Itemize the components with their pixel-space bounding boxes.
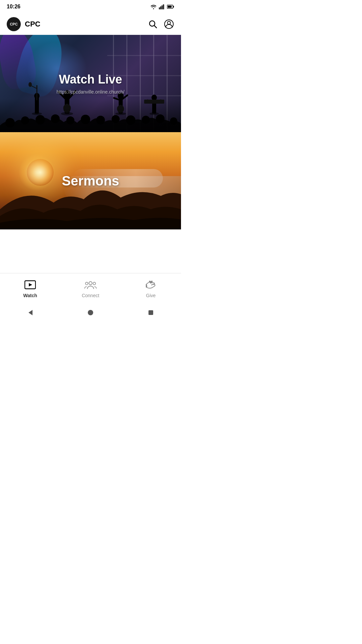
svg-rect-1 xyxy=(160,6,161,9)
recents-button[interactable] xyxy=(144,306,158,319)
svg-rect-3 xyxy=(163,4,164,9)
connect-icon xyxy=(84,280,97,289)
svg-marker-41 xyxy=(29,283,32,286)
svg-point-43 xyxy=(85,282,88,285)
give-nav-label: Give xyxy=(146,293,156,298)
header-icons xyxy=(147,19,174,30)
app-header: CPC CPC xyxy=(0,13,181,35)
sermons-banner[interactable]: Sermons xyxy=(0,132,181,229)
svg-rect-6 xyxy=(173,6,174,8)
watch-live-overlay: Watch Live https://cpcdanville.online.ch… xyxy=(57,72,124,95)
recents-icon xyxy=(148,310,154,316)
profile-icon xyxy=(164,19,174,29)
nav-give[interactable]: Give xyxy=(121,279,181,298)
watch-live-banner[interactable]: Watch Live https://cpcdanville.online.ch… xyxy=(0,35,181,132)
watch-nav-icon xyxy=(24,279,36,291)
svg-point-44 xyxy=(93,282,96,285)
svg-rect-4 xyxy=(164,4,165,9)
home-icon xyxy=(87,310,94,316)
home-button[interactable] xyxy=(84,306,97,319)
svg-point-8 xyxy=(149,21,155,26)
main-content: Watch Live https://cpcdanville.online.ch… xyxy=(0,35,181,229)
signal-icon xyxy=(159,4,165,9)
watch-icon xyxy=(24,280,36,290)
svg-rect-2 xyxy=(162,5,163,9)
connect-nav-icon xyxy=(84,279,97,291)
svg-point-46 xyxy=(88,310,93,315)
search-button[interactable] xyxy=(147,19,158,30)
cpc-logo: CPC xyxy=(7,17,21,31)
nav-watch[interactable]: Watch xyxy=(0,279,60,298)
svg-rect-7 xyxy=(168,6,172,8)
search-icon xyxy=(148,19,158,29)
svg-point-23 xyxy=(28,82,32,87)
status-bar: 10:26 xyxy=(0,0,181,13)
back-icon xyxy=(26,309,34,316)
watch-live-url: https://cpcdanville.online.church/ xyxy=(57,89,124,95)
svg-point-42 xyxy=(89,281,92,284)
nav-connect[interactable]: Connect xyxy=(60,279,121,298)
back-button[interactable] xyxy=(23,306,37,319)
svg-rect-47 xyxy=(148,310,153,315)
svg-marker-45 xyxy=(28,310,33,315)
status-icons xyxy=(150,4,174,9)
header-title: CPC xyxy=(25,20,40,29)
status-time: 10:26 xyxy=(7,4,20,10)
wifi-icon xyxy=(150,4,157,9)
give-icon xyxy=(145,279,157,290)
watch-live-title: Watch Live xyxy=(57,72,124,87)
svg-rect-0 xyxy=(159,7,160,9)
android-nav xyxy=(0,303,181,322)
sermons-title: Sermons xyxy=(62,173,119,189)
header-left: CPC CPC xyxy=(7,17,40,31)
profile-button[interactable] xyxy=(164,19,174,30)
bottom-nav: Watch Connect xyxy=(0,273,181,303)
bottom-fade xyxy=(0,99,181,132)
svg-line-9 xyxy=(155,25,157,28)
watch-nav-label: Watch xyxy=(23,293,37,298)
connect-nav-label: Connect xyxy=(82,293,99,298)
give-nav-icon xyxy=(145,279,157,291)
battery-icon xyxy=(167,4,174,9)
svg-point-11 xyxy=(168,21,171,24)
